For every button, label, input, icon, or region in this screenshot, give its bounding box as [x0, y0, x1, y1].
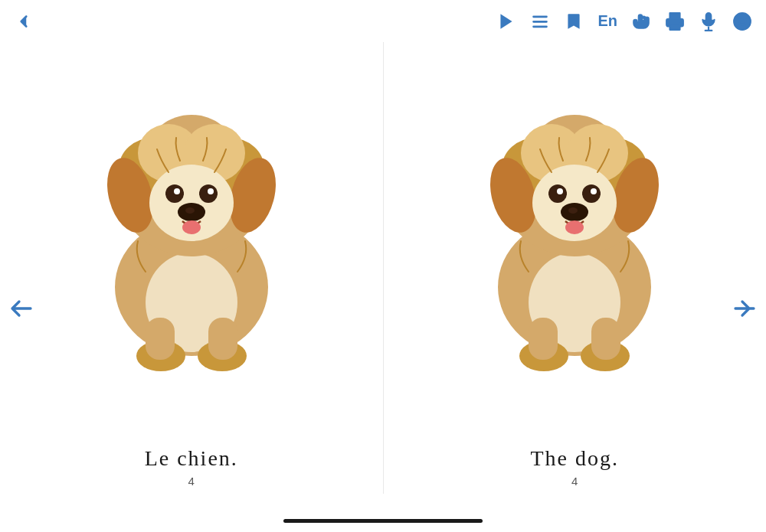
next-page-button[interactable]	[731, 295, 758, 322]
panels: Le chien. 4	[0, 42, 766, 494]
svg-rect-53	[529, 318, 558, 360]
svg-point-9	[739, 18, 741, 20]
svg-point-49	[568, 207, 578, 214]
svg-point-45	[582, 184, 601, 203]
left-panel: Le chien. 4	[0, 42, 384, 494]
svg-point-24	[174, 188, 180, 194]
right-caption: The dog.	[530, 446, 619, 471]
svg-rect-31	[146, 318, 175, 360]
right-dog-image	[444, 42, 705, 387]
svg-point-50	[565, 220, 584, 234]
svg-point-23	[199, 184, 218, 203]
svg-point-8	[734, 13, 751, 30]
svg-point-22	[165, 184, 184, 203]
svg-point-25	[208, 188, 214, 194]
svg-point-47	[591, 188, 597, 194]
left-dog-image	[61, 42, 322, 387]
emoji-button[interactable]	[732, 11, 752, 31]
toolbar: En	[0, 0, 766, 42]
left-page-number: 4	[188, 475, 195, 488]
svg-rect-4	[670, 23, 680, 30]
right-page-number: 4	[571, 475, 578, 488]
svg-rect-3	[533, 25, 548, 28]
svg-point-46	[557, 188, 563, 194]
svg-rect-1	[533, 15, 548, 18]
interact-button[interactable]	[631, 11, 651, 31]
content-area: Le chien. 4	[0, 42, 766, 494]
bookmark-button[interactable]	[564, 11, 584, 31]
mic-button[interactable]	[699, 11, 719, 31]
svg-point-10	[744, 18, 745, 20]
bottom-bar	[0, 494, 766, 532]
svg-point-27	[185, 207, 195, 214]
svg-rect-32	[208, 318, 237, 360]
right-panel: The dog. 4	[384, 42, 767, 494]
svg-rect-54	[591, 318, 620, 360]
svg-point-28	[182, 220, 201, 234]
svg-point-44	[548, 184, 567, 203]
left-caption: Le chien.	[145, 446, 238, 471]
back-button[interactable]	[14, 11, 34, 31]
menu-button[interactable]	[530, 11, 550, 31]
svg-marker-0	[501, 14, 512, 29]
svg-rect-2	[533, 20, 548, 22]
prev-page-button[interactable]	[8, 295, 35, 322]
play-button[interactable]	[496, 11, 516, 31]
print-button[interactable]	[665, 11, 685, 31]
progress-bar	[283, 519, 483, 523]
language-button[interactable]: En	[597, 12, 617, 30]
